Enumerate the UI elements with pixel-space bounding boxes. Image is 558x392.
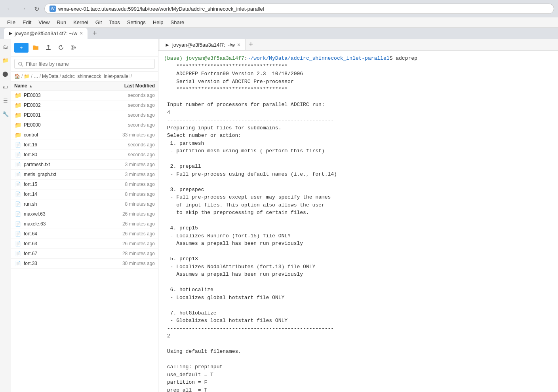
menu-help[interactable]: Help — [150, 18, 167, 27]
tab-close-button[interactable]: × — [80, 30, 83, 36]
back-button[interactable]: ← — [4, 3, 15, 14]
open-from-path-button[interactable] — [30, 42, 41, 53]
column-name-header[interactable]: Name ▲ — [14, 83, 103, 89]
terminal-prompt-prefix: (base) — [164, 55, 186, 61]
file-browser-toolbar: + — [11, 39, 158, 57]
list-item[interactable]: 📄 fort.14 8 minutes ago — [11, 189, 158, 199]
list-item[interactable]: 📁 PE0002 seconds ago — [11, 100, 158, 110]
terminal-tab[interactable]: ► jovyan@e3f5aa3a14f7: ~/w × — [160, 39, 246, 50]
search-input[interactable] — [26, 61, 151, 67]
file-name: maxele.63 — [24, 221, 103, 227]
breadcrumb-current[interactable]: adcirc_shinnecock_inlet-parallel — [62, 74, 130, 79]
file-name: maxvel.63 — [24, 211, 103, 217]
reload-button[interactable]: ↻ — [31, 3, 42, 14]
file-name: fort.16 — [24, 142, 103, 148]
menu-edit[interactable]: Edit — [19, 18, 34, 27]
file-modified: seconds ago — [103, 122, 155, 128]
menu-run[interactable]: Run — [53, 18, 69, 27]
file-modified: 26 minutes ago — [103, 221, 155, 227]
terminal-output: ************************************ ADC… — [164, 63, 337, 392]
breadcrumb-ellipsis[interactable]: … — [34, 74, 38, 79]
list-item[interactable]: 📄 maxele.63 26 minutes ago — [11, 219, 158, 229]
list-item[interactable]: 📄 partmesh.txt 3 minutes ago — [11, 160, 158, 170]
list-item[interactable]: 📄 run.sh 8 minutes ago — [11, 199, 158, 209]
breadcrumb-sep-2: / — [31, 74, 32, 79]
file-name: PE0002 — [24, 102, 103, 108]
file-modified: seconds ago — [103, 142, 155, 148]
terminal-prompt-path: ~/work/MyData/adcirc_shinnecock_inlet-pa… — [248, 55, 390, 61]
file-modified: seconds ago — [103, 93, 155, 98]
menu-git[interactable]: Git — [92, 18, 105, 27]
file-modified: 8 minutes ago — [103, 191, 155, 197]
list-item[interactable]: 📄 fort.80 seconds ago — [11, 150, 158, 160]
upload-button[interactable] — [43, 42, 54, 53]
site-favicon: W — [50, 6, 56, 12]
menu-tabs[interactable]: Tabs — [106, 18, 123, 27]
menu-kernel[interactable]: Kernel — [70, 18, 91, 27]
file-name: PE0003 — [24, 93, 103, 98]
file-modified: 3 minutes ago — [103, 162, 155, 167]
terminal-body[interactable]: (base) jovyan@e3f5aa3a14f7:~/work/MyData… — [158, 51, 558, 392]
list-item[interactable]: 📁 PE0000 seconds ago — [11, 120, 158, 130]
folder-icon: 📁 — [14, 121, 21, 129]
list-item[interactable]: 📄 metis_graph.txt 3 minutes ago — [11, 170, 158, 180]
svg-point-3 — [72, 48, 73, 50]
list-item[interactable]: 📄 fort.33 30 minutes ago — [11, 259, 158, 269]
terminal-add-button[interactable]: + — [246, 39, 256, 50]
refresh-button[interactable] — [55, 42, 67, 53]
sidebar-icon-folder[interactable]: 📁 — [1, 55, 10, 65]
menu-settings[interactable]: Settings — [124, 18, 149, 27]
file-modified: seconds ago — [103, 152, 155, 157]
file-name: control — [24, 132, 103, 138]
list-item[interactable]: 📄 fort.63 26 minutes ago — [11, 239, 158, 249]
sidebar-icon-tag[interactable]: 🏷 — [1, 82, 10, 92]
list-item[interactable]: 📁 PE0001 seconds ago — [11, 110, 158, 120]
file-list-header: Name ▲ Last Modified — [11, 81, 158, 91]
file-name: partmesh.txt — [24, 162, 103, 167]
sidebar-icon-extensions[interactable]: 🔧 — [1, 109, 10, 119]
file-name: PE0001 — [24, 112, 103, 118]
menu-view[interactable]: View — [35, 18, 53, 27]
terminal-tab-close[interactable]: × — [237, 42, 240, 48]
git-button[interactable] — [68, 42, 79, 53]
search-icon — [18, 61, 23, 67]
breadcrumb-folder[interactable]: 📁 — [24, 74, 30, 79]
breadcrumb-mydata[interactable]: MyData — [42, 74, 58, 79]
file-name: PE0000 — [24, 122, 103, 128]
new-item-button[interactable]: + — [14, 43, 29, 53]
browser-nav-bar: ← → ↻ W — [0, 0, 558, 17]
sidebar-icon-filebrowser[interactable]: 🗂 — [1, 42, 10, 51]
address-bar-container: W — [44, 4, 554, 14]
list-item[interactable]: 📄 fort.15 8 minutes ago — [11, 180, 158, 189]
sidebar-icon-circle[interactable]: ⬤ — [1, 69, 10, 78]
menu-bar: File Edit View Run Kernel Git Tabs Setti… — [0, 17, 558, 28]
sidebar-icon-list[interactable]: ☰ — [1, 96, 10, 105]
tab-terminal-icon: ▶ — [9, 30, 12, 36]
list-item[interactable]: 📄 fort.16 seconds ago — [11, 140, 158, 150]
doc-icon: 📄 — [14, 181, 21, 188]
file-modified: seconds ago — [103, 102, 155, 108]
new-tab-button[interactable]: + — [89, 28, 100, 39]
menu-file[interactable]: File — [4, 18, 19, 27]
address-input[interactable] — [58, 6, 549, 12]
file-browser-panel: + — [11, 39, 158, 392]
list-item[interactable]: 📄 fort.64 26 minutes ago — [11, 229, 158, 239]
folder-icon: 📁 — [14, 131, 21, 138]
menu-share[interactable]: Share — [168, 18, 188, 27]
terminal-tab-bar: ► jovyan@e3f5aa3a14f7: ~/w × + — [158, 39, 558, 51]
column-modified-header[interactable]: Last Modified — [103, 83, 155, 89]
file-name: fort.67 — [24, 251, 103, 256]
list-item[interactable]: 📁 control 33 minutes ago — [11, 130, 158, 140]
file-modified: 30 minutes ago — [103, 261, 155, 266]
breadcrumb-sep-4: / — [59, 74, 61, 79]
active-tab[interactable]: ▶ jovyan@e3f5aa3a14f7: ~/w × — [4, 28, 88, 39]
breadcrumb-home[interactable]: 🏠 — [14, 74, 20, 79]
list-item[interactable]: 📄 maxvel.63 26 minutes ago — [11, 209, 158, 219]
doc-icon: 📄 — [14, 191, 21, 198]
doc-icon: 📄 — [14, 201, 21, 208]
breadcrumb: 🏠 / 📁 / … / MyData / adcirc_shinnecock_i… — [11, 72, 158, 81]
list-item[interactable]: 📁 PE0003 seconds ago — [11, 91, 158, 100]
forward-button[interactable]: → — [17, 3, 29, 14]
list-item[interactable]: 📄 fort.67 28 minutes ago — [11, 249, 158, 259]
terminal-prompt-colon: : — [244, 55, 248, 61]
